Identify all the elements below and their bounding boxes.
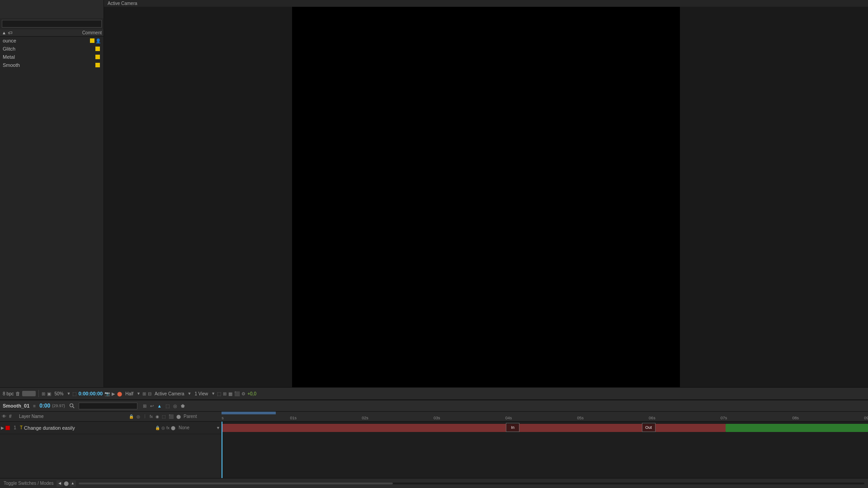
settings-icon[interactable]: ⚙ <box>241 391 245 396</box>
layer-parent[interactable]: None <box>179 425 215 430</box>
tl-tool-2[interactable]: ↩ <box>150 404 154 408</box>
timeline-scrollbar[interactable] <box>79 483 864 484</box>
tl-tool-6[interactable]: ⬟ <box>181 404 185 408</box>
tl-left-panel: ▶ 1 T Change duration easily 🔒 ◎ fx ⬤ No… <box>0 422 222 478</box>
list-item[interactable]: Metal <box>0 53 104 61</box>
tl-col-icon-6: ⬚ <box>162 414 166 419</box>
time-mark: 07s <box>721 416 727 420</box>
nav-next-button[interactable]: ▲ <box>70 480 76 487</box>
playhead[interactable] <box>222 422 222 478</box>
zoom-value[interactable]: 50% <box>53 391 65 397</box>
time-mark: 01s <box>290 416 297 420</box>
preview-area: Active Camera <box>104 0 868 387</box>
tl-right-header: 0s01s02s03s04s05s06s07s08s09s <box>222 412 868 421</box>
nav-prev-button[interactable]: ◀ <box>57 480 63 487</box>
time-mark: 05s <box>577 416 584 420</box>
hash-col: # <box>9 414 16 419</box>
view-dropdown-icon[interactable]: ▼ <box>188 391 192 396</box>
timeline-body: 👁 # Layer Name 🔒 ◎ ⋮ fx ◉ ⬚ ⬛ ⬤ Parent 0… <box>0 412 868 478</box>
zoom-dropdown-icon[interactable]: ▼ <box>66 391 71 396</box>
parent-col: Parent <box>184 414 220 419</box>
in-marker: In <box>506 423 519 432</box>
grid-icon: ⊞ <box>142 391 146 396</box>
search-input[interactable] <box>2 20 102 28</box>
time-mark: 02s <box>362 416 368 420</box>
monitor-icon: ▣ <box>47 391 51 396</box>
scrollbar-thumb[interactable] <box>79 483 393 484</box>
tl-col-icon-7: ⬛ <box>169 414 174 419</box>
preset-color-dot <box>95 63 100 67</box>
expand-icon[interactable]: ▶ <box>1 426 4 430</box>
preset-list-header: ▲ 🏷 Comment <box>0 29 104 37</box>
timecode-display[interactable]: 0:00:00:00 <box>78 391 103 396</box>
playback-icon[interactable]: ▶ <box>112 391 115 396</box>
time-mark: 06s <box>649 416 656 420</box>
view-label[interactable]: Active Camera <box>153 391 186 397</box>
toggle-switches-button[interactable]: Toggle Switches / Modes <box>4 481 54 486</box>
top-area: ▲ 🏷 Comment ounce👤GlitchMetalSmooth Acti… <box>0 0 868 387</box>
view-count-dropdown[interactable]: ▼ <box>211 391 215 396</box>
snapshot-icon: ⬛ <box>234 391 240 396</box>
timeline-cols-header: 👁 # Layer Name 🔒 ◎ ⋮ fx ◉ ⬚ ⬛ ⬤ Parent 0… <box>0 412 868 422</box>
preset-list: ounce👤GlitchMetalSmooth <box>0 37 104 387</box>
timeline-controls: 0:00 (29.97) <box>39 403 65 409</box>
channels-icon: ⊟ <box>148 391 151 396</box>
bottom-toolbar: 8 bpc 🗑 ⊞ ▣ 50% ▼ ⬚ 0:00:00:00 📷 ▶ ⬤ Hal… <box>0 387 868 400</box>
list-item[interactable]: Glitch <box>0 45 104 53</box>
tl-col-icon-1: 🔒 <box>129 414 134 419</box>
trash-icon[interactable]: 🗑 <box>15 391 20 396</box>
tl-tool-5[interactable]: ◎ <box>173 404 177 408</box>
tl-tool-3[interactable]: ▲ <box>157 404 162 408</box>
out-marker: Out <box>642 423 656 432</box>
visibility-box[interactable] <box>5 426 10 430</box>
timeline-bar-row: In Out <box>222 422 868 434</box>
search-area <box>0 18 104 29</box>
layer-name-col: Layer Name <box>19 414 126 419</box>
layer-icon-3: ⬤ <box>171 426 175 430</box>
tl-left-header: 👁 # Layer Name 🔒 ◎ ⋮ fx ◉ ⬚ ⬛ ⬤ Parent <box>0 414 222 419</box>
tl-col-icon-5: ◉ <box>156 414 159 419</box>
list-item[interactable]: Smooth <box>0 61 104 69</box>
time-mark: 03s <box>434 416 440 420</box>
camera-icon: 📷 <box>104 391 110 396</box>
layer-fx: fx <box>166 426 170 430</box>
resize-icon: ⬚ <box>217 391 221 396</box>
timeline-search-input[interactable] <box>79 403 137 409</box>
search-icon[interactable] <box>69 403 75 409</box>
color-swatch <box>22 391 36 396</box>
region-icon: ⬚ <box>72 391 76 396</box>
green-value: +0,0 <box>247 391 256 396</box>
person-icon: 👤 <box>95 38 101 43</box>
divider-1 <box>38 390 39 397</box>
timeline-footer: Toggle Switches / Modes ◀ ⬤ ▲ <box>0 478 868 488</box>
svg-point-0 <box>70 404 73 407</box>
layer-icon-2: ◎ <box>161 426 165 430</box>
view-count-label[interactable]: 1 View <box>193 391 209 397</box>
parent-dropdown[interactable]: ▼ <box>216 426 220 430</box>
time-ruler: 0s01s02s03s04s05s06s07s08s09s <box>222 412 868 421</box>
preset-color-dot <box>95 47 100 51</box>
tl-tool-4[interactable]: ⬚ <box>165 404 170 408</box>
left-panel: ▲ 🏷 Comment ounce👤GlitchMetalSmooth <box>0 0 104 387</box>
timeline-timecode[interactable]: 0:00 <box>39 403 50 409</box>
list-item[interactable]: ounce👤 <box>0 37 104 45</box>
tl-tool-1[interactable]: ⊞ <box>143 404 146 408</box>
quality-dropdown-icon[interactable]: ▼ <box>137 391 141 396</box>
time-mark: 0s <box>222 416 224 420</box>
layer-name[interactable]: Change duration easily <box>24 425 154 431</box>
layer-icon-1: 🔒 <box>155 426 160 430</box>
footer-nav: ◀ ⬤ ▲ <box>57 480 76 487</box>
timeline-bar-green[interactable] <box>726 424 868 432</box>
comment-column-header: Comment <box>82 30 102 35</box>
tl-col-icon-3: ⋮ <box>143 414 147 419</box>
preview-canvas <box>292 7 680 387</box>
time-mark: 04s <box>505 416 512 420</box>
time-mark: 08s <box>793 416 799 420</box>
bpc-label: 8 bpc <box>3 391 14 396</box>
quality-label[interactable]: Half <box>124 391 135 397</box>
timeline-rows: ▶ 1 T Change duration easily 🔒 ◎ fx ⬤ No… <box>0 422 868 478</box>
timeline-header: Smooth_01 ≡ 0:00 (29.97) ⊞ ↩ ▲ ⬚ ◎ ⬟ <box>0 400 868 412</box>
comp-icon: ⊞ <box>42 391 45 396</box>
time-mark: 09s <box>864 416 868 420</box>
comp-options-icon[interactable]: ≡ <box>33 404 36 408</box>
